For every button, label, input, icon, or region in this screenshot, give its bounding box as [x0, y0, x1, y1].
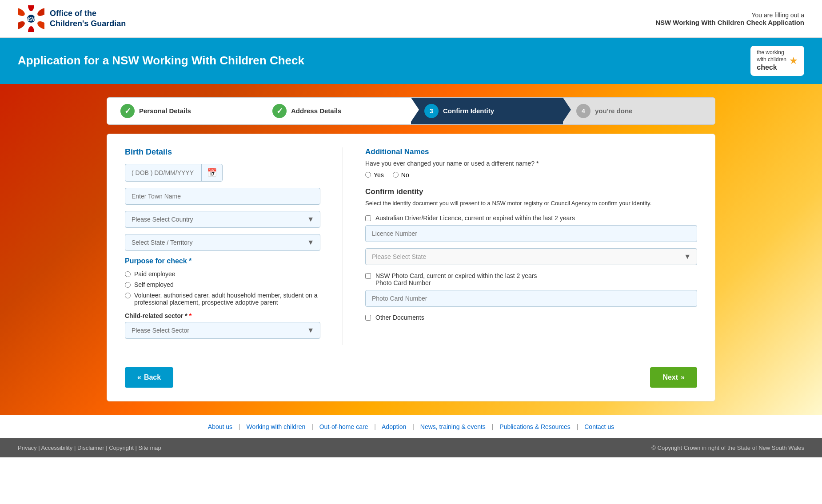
step-youre-done: 4 you're done	[563, 98, 715, 124]
banner-title: Application for a NSW Working With Child…	[18, 54, 304, 67]
header: NSW Office of the Children's Guardian Yo…	[0, 0, 822, 38]
additional-names-question: Have you ever changed your name or used …	[365, 160, 697, 167]
back-arrows-icon: «	[137, 373, 141, 381]
svg-point-2	[36, 20, 44, 31]
drivers-licence-option: Australian Driver/Rider Licence, current…	[365, 214, 697, 265]
photo-card-number-input[interactable]	[365, 290, 697, 307]
state-select-wrapper: Select State / Territory NSW VIC QLD SA …	[125, 234, 320, 251]
column-divider	[343, 147, 343, 345]
yn-no[interactable]: No	[393, 171, 409, 179]
other-documents-label[interactable]: Other Documents	[375, 314, 424, 321]
additional-names-group: Additional Names Have you ever changed y…	[365, 147, 697, 179]
footer-left-text: Privacy | Accessibility | Disclaimer | C…	[18, 444, 161, 451]
step-inactive-icon: 4	[576, 104, 591, 118]
other-documents-checkbox[interactable]	[365, 315, 371, 321]
state-select[interactable]: Select State / Territory NSW VIC QLD SA …	[125, 234, 320, 251]
sep6: |	[577, 423, 579, 430]
filling-info: You are filling out a NSW Working With C…	[655, 12, 804, 26]
purpose-paid-radio[interactable]	[125, 271, 131, 277]
back-label: Back	[144, 373, 161, 381]
country-select-wrapper: Please Select Country Australia New Zeal…	[125, 211, 320, 228]
licence-state-select[interactable]: Please Select State NSW VIC QLD SA WA TA…	[365, 248, 697, 265]
button-row: « Back Next »	[125, 358, 697, 388]
purpose-volunteer-radio[interactable]	[125, 293, 131, 298]
photo-card-header: NSW Photo Card, current or expired withi…	[365, 272, 697, 286]
purpose-self-employed[interactable]: Self employed	[125, 281, 320, 288]
yn-yes[interactable]: Yes	[365, 171, 384, 179]
purpose-paid-employee[interactable]: Paid employee	[125, 270, 320, 278]
licence-state-group: Please Select State NSW VIC QLD SA WA TA…	[365, 248, 697, 265]
confirm-identity-title: Confirm identity	[365, 187, 697, 196]
next-arrows-icon: »	[681, 373, 685, 381]
step-active-icon: 3	[424, 104, 439, 118]
confirm-identity-desc: Select the identity document you will pr…	[365, 199, 697, 208]
dob-input[interactable]	[125, 165, 201, 181]
form-right-col: Additional Names Have you ever changed y…	[365, 147, 697, 345]
step-address-details-label: Address Details	[291, 107, 341, 115]
logo-area: NSW Office of the Children's Guardian	[18, 5, 126, 32]
sep2: |	[311, 423, 313, 430]
step-confirm-identity: 3 Confirm Identity	[411, 98, 563, 124]
purpose-group: Purpose for check * Paid employee Self e…	[125, 257, 320, 306]
yn-yes-label: Yes	[374, 171, 384, 179]
footer-link-about[interactable]: About us	[208, 423, 232, 430]
town-group	[125, 188, 320, 205]
step-personal-details: ✓ Personal Details	[107, 98, 259, 124]
sector-select[interactable]: Please Select Sector Education Health Sp…	[125, 322, 320, 339]
sector-label: Child-related sector *	[125, 312, 320, 319]
yn-no-radio[interactable]	[393, 172, 399, 178]
yn-no-label: No	[401, 171, 409, 179]
next-button[interactable]: Next »	[650, 367, 697, 388]
licence-number-input[interactable]	[365, 225, 697, 242]
yn-group: Yes No	[365, 171, 697, 179]
country-select[interactable]: Please Select Country Australia New Zeal…	[125, 211, 320, 228]
purpose-self-radio[interactable]	[125, 282, 131, 288]
svg-text:NSW: NSW	[26, 17, 36, 22]
dob-group: 📅	[125, 164, 320, 182]
footer-bottom: Privacy | Accessibility | Disclaimer | C…	[0, 438, 822, 457]
step-done-icon-2: ✓	[272, 104, 287, 118]
photo-card-number-group	[365, 290, 697, 307]
photo-card-option: NSW Photo Card, current or expired withi…	[365, 272, 697, 307]
drivers-licence-header: Australian Driver/Rider Licence, current…	[365, 214, 697, 222]
town-input[interactable]	[125, 188, 320, 205]
other-documents-header: Other Documents	[365, 314, 697, 321]
country-group: Please Select Country Australia New Zeal…	[125, 211, 320, 228]
svg-point-3	[28, 26, 34, 32]
svg-point-1	[36, 6, 44, 17]
calendar-icon[interactable]: 📅	[201, 164, 222, 181]
purpose-radio-group: Paid employee Self employed Volunteer, a…	[125, 270, 320, 306]
licence-number-group	[365, 225, 697, 242]
footer-link-contact[interactable]: Contact us	[584, 423, 614, 430]
footer-link-news[interactable]: News, training & events	[420, 423, 486, 430]
footer-link-working[interactable]: Working with children	[247, 423, 306, 430]
purpose-volunteer[interactable]: Volunteer, authorised carer, adult house…	[125, 292, 320, 306]
purpose-title: Purpose for check *	[125, 257, 320, 265]
sep5: |	[492, 423, 494, 430]
yn-yes-radio[interactable]	[365, 172, 371, 178]
footer-right-text: © Copyright Crown in right of the State …	[651, 444, 804, 451]
drivers-licence-checkbox[interactable]	[365, 215, 371, 221]
footer-link-adoption[interactable]: Adoption	[382, 423, 406, 430]
purpose-volunteer-label: Volunteer, authorised carer, adult house…	[134, 292, 320, 306]
footer-link-oofc[interactable]: Out-of-home care	[319, 423, 368, 430]
blue-banner: Application for a NSW Working With Child…	[0, 38, 822, 84]
photo-card-label[interactable]: NSW Photo Card, current or expired withi…	[375, 272, 537, 286]
nsw-logo-icon: NSW	[18, 5, 44, 32]
sector-group: Child-related sector * Please Select Sec…	[125, 312, 320, 339]
footer-link-publications[interactable]: Publications & Resources	[499, 423, 571, 430]
next-label: Next	[662, 373, 678, 381]
purpose-paid-label: Paid employee	[134, 270, 176, 278]
svg-point-0	[28, 5, 34, 11]
sep1: |	[239, 423, 240, 430]
main-content: ✓ Personal Details ✓ Address Details 3 C…	[0, 84, 822, 415]
drivers-licence-label[interactable]: Australian Driver/Rider Licence, current…	[375, 214, 575, 222]
photo-card-checkbox[interactable]	[365, 273, 371, 279]
purpose-self-label: Self employed	[134, 281, 174, 288]
sep4: |	[412, 423, 414, 430]
licence-state-select-wrapper: Please Select State NSW VIC QLD SA WA TA…	[365, 248, 697, 265]
additional-names-title: Additional Names	[365, 147, 697, 156]
back-button[interactable]: « Back	[125, 367, 173, 388]
logo-text: Office of the Children's Guardian	[50, 8, 126, 29]
confirm-identity-group: Confirm identity Select the identity doc…	[365, 187, 697, 321]
